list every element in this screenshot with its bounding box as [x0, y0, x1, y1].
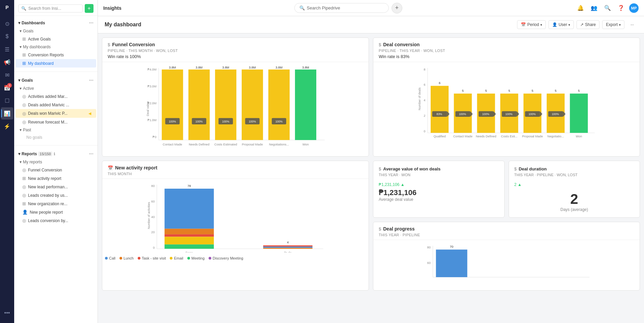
more-button[interactable]: ···	[627, 21, 637, 29]
add-button[interactable]: +	[392, 3, 402, 14]
svg-text:6: 6	[439, 81, 440, 85]
goals-sub-header[interactable]: ▾ Goals	[14, 27, 98, 35]
goals-sub-label: Goals	[23, 29, 33, 33]
funnel-conversion-label: Funnel Conversion	[28, 168, 62, 172]
svg-text:6: 6	[424, 83, 425, 86]
sidebar-item-conversion-reports[interactable]: ⊞ Conversion Reports	[16, 51, 96, 59]
sidebar-add-button[interactable]: +	[85, 4, 93, 13]
topbar-search[interactable]: 🔍 Search Pipedrive	[294, 3, 389, 13]
reports-more-icon[interactable]: ···	[89, 151, 93, 157]
sidebar-item-activities-added[interactable]: ◎ Activities added Mar...	[16, 92, 96, 101]
search-icon[interactable]: 🔍	[602, 3, 613, 14]
sidebar-item-new-lead-perf[interactable]: ◎ New lead performan...	[16, 183, 96, 191]
svg-text:100%: 100%	[275, 120, 283, 123]
activity-subtitle: THIS MONTH	[108, 172, 363, 176]
period-button[interactable]: 📅 Period ▾	[517, 20, 546, 29]
svg-text:Qualified: Qualified	[433, 135, 446, 138]
user-button[interactable]: 👤 User ▾	[548, 20, 574, 29]
svg-text:8: 8	[424, 68, 425, 71]
sidebar-search[interactable]: 🔍 Search from Insi...	[18, 4, 83, 12]
sidebar-item-new-org[interactable]: ⊞ New organization re...	[16, 199, 96, 208]
my-dashboards-sub-header[interactable]: ▾ My dashboards	[14, 43, 98, 51]
nav-automation[interactable]: ⚡	[1, 120, 13, 132]
deal-duration-subtitle: THIS YEAR · PIPELINE · WON, LOST	[514, 173, 635, 177]
sidebar-item-leads-conv[interactable]: ◎ Leads conversion by...	[16, 216, 96, 225]
past-sub-header[interactable]: ▾ Past	[14, 126, 98, 134]
goals-more-icon[interactable]: ···	[89, 77, 93, 83]
svg-text:4: 4	[287, 241, 289, 244]
nav-home[interactable]: ⊙	[1, 18, 13, 30]
nav-deals[interactable]: $	[1, 30, 13, 43]
nav-mail[interactable]: ✉	[1, 69, 13, 81]
nav-calendar[interactable]: 📅 3	[1, 82, 13, 94]
nav-products[interactable]: ☐	[1, 95, 13, 107]
nav-contacts[interactable]: ☰	[1, 43, 13, 55]
search-icon: 🔍	[21, 6, 26, 11]
active-label: Active	[23, 86, 34, 91]
funnel-subtitle: PIPELINE · THIS MONTH · WON, LOST	[108, 49, 363, 53]
bar-done-blue	[165, 189, 214, 229]
svg-text:Won: Won	[576, 135, 582, 138]
deal-progress-svg: 80 60 70	[376, 243, 637, 287]
sidebar-item-leads-created[interactable]: ◎ Leads created by us...	[16, 191, 96, 199]
chevron-icon: ▾	[20, 160, 22, 164]
deal-duration-trend-val: 2 ▲	[514, 182, 522, 187]
bar-needs-defined	[188, 70, 210, 140]
grid-icon: ⊞	[22, 52, 26, 57]
deal-duration-trend: 2 ▲	[514, 182, 635, 187]
notifications-icon[interactable]: 🔔	[575, 3, 586, 14]
svg-text:3.8M: 3.8M	[222, 66, 229, 69]
svg-text:Done: Done	[186, 251, 193, 252]
svg-text:3.8M: 3.8M	[249, 66, 256, 69]
svg-text:Contact Made: Contact Made	[453, 135, 473, 138]
goal-icon: ◎	[22, 111, 26, 116]
new-lead-perf-label: New lead performan...	[28, 185, 68, 189]
sidebar-item-new-activity[interactable]: ⊞ New activity report	[16, 174, 96, 183]
help-icon[interactable]: ❓	[616, 3, 626, 14]
activity-chart-svg: 80 60 40 20 0 Number of activities	[105, 182, 366, 252]
goals-section-header[interactable]: ▾ Goals ···	[14, 76, 98, 85]
active-sub-header[interactable]: ▾ Active	[14, 85, 98, 92]
goal-icon: ◎	[22, 102, 26, 107]
sidebar-item-active-goals[interactable]: ⊞ Active Goals	[16, 35, 96, 43]
dashboards-more-icon[interactable]: ···	[89, 20, 93, 26]
bar-todo-orange	[263, 248, 313, 249]
activity-legend: Call Lunch Task - site visit Email	[105, 253, 366, 260]
svg-text:3.8M: 3.8M	[302, 66, 309, 69]
sidebar-item-revenue-forecast[interactable]: ◎ Revenue forecast M...	[16, 118, 96, 126]
dashboards-section-header[interactable]: ▾ Dashboards ···	[14, 19, 98, 27]
svg-text:5: 5	[578, 89, 580, 92]
svg-text:Costs Esti...: Costs Esti...	[501, 135, 517, 138]
sidebar-item-deals-added[interactable]: ◎ Deals added Marivic ...	[16, 101, 96, 109]
nav-campaigns[interactable]: 📢	[1, 56, 13, 68]
deals-won-label: Deals won Marivic P...	[28, 111, 68, 116]
reports-section-header[interactable]: ▾ Reports 15/150 ℹ ···	[14, 150, 98, 158]
sidebar-search-placeholder: Search from Insi...	[28, 6, 61, 11]
chevron-down-icon: ▾	[619, 23, 621, 27]
sidebar-header: 🔍 Search from Insi... +	[14, 0, 98, 16]
svg-text:Negotiatio...: Negotiatio...	[547, 135, 564, 138]
sidebar-item-funnel-conversion[interactable]: ◎ Funnel Conversion	[16, 166, 96, 174]
nav-insights[interactable]: 📊	[1, 107, 13, 119]
export-button[interactable]: Export ▾	[602, 20, 624, 29]
user-avatar[interactable]: MP	[629, 3, 639, 13]
reports-section: ▾ Reports 15/150 ℹ ··· ▾ My reports ◎ Fu…	[14, 147, 98, 227]
no-goals-label: No goals	[14, 134, 98, 141]
share-button[interactable]: ↗ Share	[576, 20, 599, 29]
svg-text:Proposal Made: Proposal Made	[242, 143, 263, 146]
sidebar-item-my-dashboard[interactable]: ⊞ My dashboard	[16, 59, 96, 68]
svg-text:100%: 100%	[222, 120, 230, 123]
nav-more[interactable]: •••	[1, 307, 13, 319]
avg-won-card: $ Average value of won deals THIS YEAR ·…	[373, 161, 505, 218]
reports-count: 15/150	[38, 152, 52, 156]
my-reports-sub-header[interactable]: ▾ My reports	[14, 158, 98, 166]
sidebar-item-new-people[interactable]: 👤 New people report	[16, 208, 96, 216]
svg-text:₱3.0M: ₱3.0M	[147, 85, 157, 88]
chevron-down-icon: ▾	[18, 152, 20, 156]
calendar-icon: 📅	[108, 165, 113, 170]
chevron-icon: ▾	[20, 86, 22, 91]
goal-icon: ◎	[22, 119, 26, 125]
sidebar-item-deals-won[interactable]: ◎ Deals won Marivic P... ◄	[16, 109, 96, 118]
contacts-icon[interactable]: 👥	[589, 3, 599, 14]
svg-text:20: 20	[151, 231, 155, 234]
